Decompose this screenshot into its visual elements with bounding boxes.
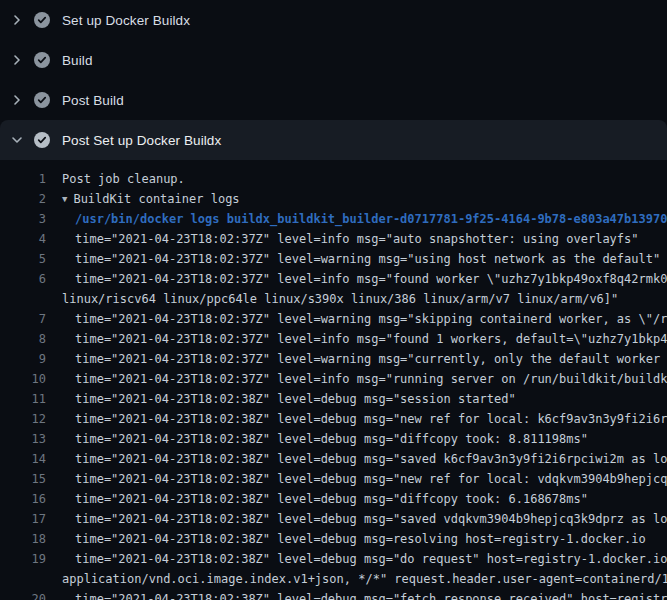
log-line-text: time="2021-04-23T18:02:37Z" level=info m… [75,369,667,389]
log-line-number[interactable]: 14 [0,449,46,469]
step-row-post-setup-docker-buildx[interactable]: Post Set up Docker Buildx [0,120,667,160]
log-line-number [0,289,46,309]
log-line-number[interactable]: 18 [0,529,46,549]
log-line: 10time="2021-04-23T18:02:37Z" level=info… [0,369,667,389]
log-line: 19time="2021-04-23T18:02:38Z" level=debu… [0,549,667,569]
step-label: Set up Docker Buildx [62,13,190,28]
log-line: 7time="2021-04-23T18:02:37Z" level=warni… [0,309,667,329]
log-line-number[interactable]: 15 [0,469,46,489]
log-line-text: time="2021-04-23T18:02:38Z" level=debug … [75,469,667,489]
step-label: Post Build [62,93,124,108]
log-line-number[interactable]: 12 [0,409,46,429]
log-line: 16time="2021-04-23T18:02:38Z" level=debu… [0,489,667,509]
check-circle-icon [34,92,50,108]
log-line-number[interactable]: 3 [0,209,46,229]
check-circle-icon [34,52,50,68]
log-line-text: ▼BuildKit container logs [62,189,240,209]
log-line-number[interactable]: 13 [0,429,46,449]
step-label: Post Set up Docker Buildx [62,133,221,148]
actions-log-viewer: Set up Docker Buildx Build Post Build [0,0,667,600]
log-line-text: time="2021-04-23T18:02:37Z" level=warnin… [75,349,667,369]
log-line-number[interactable]: 11 [0,389,46,409]
log-command-text: /usr/bin/docker logs buildx_buildkit_bui… [75,209,667,229]
chevron-down-icon [0,132,34,148]
check-circle-icon [34,12,50,28]
log-line-text: application/vnd.oci.image.index.v1+json,… [62,569,667,589]
log-line-text: time="2021-04-23T18:02:37Z" level=warnin… [75,249,660,269]
check-circle-icon [34,132,50,148]
log-line-number[interactable]: 1 [0,169,46,189]
log-line-text: time="2021-04-23T18:02:38Z" level=debug … [75,449,667,469]
step-row-post-build[interactable]: Post Build [0,80,667,120]
log-line: 15time="2021-04-23T18:02:38Z" level=debu… [0,469,667,489]
step-list: Set up Docker Buildx Build Post Build [0,0,667,160]
log-line: 20time="2021-04-23T18:02:38Z" level=debu… [0,589,667,600]
log-line-text: time="2021-04-23T18:02:38Z" level=debug … [75,589,667,600]
log-line: 6time="2021-04-23T18:02:37Z" level=info … [0,269,667,289]
log-line-text: time="2021-04-23T18:02:38Z" level=debug … [75,409,667,429]
log-line-number[interactable]: 2 [0,189,46,209]
log-line-number[interactable]: 20 [0,589,46,600]
log-line-number[interactable]: 4 [0,229,46,249]
log-line: 18time="2021-04-23T18:02:38Z" level=debu… [0,529,667,549]
log-line: 11time="2021-04-23T18:02:38Z" level=debu… [0,389,667,409]
log-line-continuation: application/vnd.oci.image.index.v1+json,… [0,569,667,589]
log-group-title[interactable]: BuildKit container logs [73,192,239,206]
log-line-number[interactable]: 8 [0,329,46,349]
log-line-number[interactable]: 5 [0,249,46,269]
log-line-text: Post job cleanup. [62,169,185,189]
collapse-triangle-icon[interactable]: ▼ [62,189,67,209]
log-line-number[interactable]: 17 [0,509,46,529]
log-line: 3/usr/bin/docker logs buildx_buildkit_bu… [0,209,667,229]
log-line: 13time="2021-04-23T18:02:38Z" level=debu… [0,429,667,449]
step-row-setup-docker-buildx[interactable]: Set up Docker Buildx [0,0,667,40]
log-line: 14time="2021-04-23T18:02:38Z" level=debu… [0,449,667,469]
log-line: 9time="2021-04-23T18:02:37Z" level=warni… [0,349,667,369]
log-line-text: time="2021-04-23T18:02:38Z" level=debug … [75,389,516,409]
log-line-number[interactable]: 6 [0,269,46,289]
step-label: Build [62,53,93,68]
log-line-continuation: linux/riscv64 linux/ppc64le linux/s390x … [0,289,667,309]
log-line-text: time="2021-04-23T18:02:37Z" level=info m… [75,329,667,349]
log-line-text: linux/riscv64 linux/ppc64le linux/s390x … [62,289,618,309]
log-line-text: time="2021-04-23T18:02:38Z" level=debug … [75,529,646,549]
log-line-text: time="2021-04-23T18:02:37Z" level=info m… [75,229,639,249]
log-line: 8time="2021-04-23T18:02:37Z" level=info … [0,329,667,349]
log-line: 2▼BuildKit container logs [0,189,667,209]
log-line-number[interactable]: 19 [0,549,46,569]
chevron-right-icon [0,92,34,108]
log-line-number[interactable]: 7 [0,309,46,329]
log-line-number[interactable]: 9 [0,349,46,369]
log-output: 1Post job cleanup.2▼BuildKit container l… [0,160,667,600]
log-line: 1Post job cleanup. [0,169,667,189]
log-line-text: time="2021-04-23T18:02:38Z" level=debug … [75,509,667,529]
log-line: 12time="2021-04-23T18:02:38Z" level=debu… [0,409,667,429]
step-row-build[interactable]: Build [0,40,667,80]
log-line: 17time="2021-04-23T18:02:38Z" level=debu… [0,509,667,529]
log-line-text: time="2021-04-23T18:02:37Z" level=info m… [75,269,667,289]
log-line-number[interactable]: 10 [0,369,46,389]
log-line: 4time="2021-04-23T18:02:37Z" level=info … [0,229,667,249]
log-line-number [0,569,46,589]
log-line-text: time="2021-04-23T18:02:38Z" level=debug … [75,489,588,509]
chevron-right-icon [0,52,34,68]
log-line-text: time="2021-04-23T18:02:38Z" level=debug … [75,429,588,449]
log-line-number[interactable]: 16 [0,489,46,509]
chevron-right-icon [0,12,34,28]
log-line-text: time="2021-04-23T18:02:37Z" level=warnin… [75,309,667,329]
log-line-text: time="2021-04-23T18:02:38Z" level=debug … [75,549,667,569]
log-line: 5time="2021-04-23T18:02:37Z" level=warni… [0,249,667,269]
